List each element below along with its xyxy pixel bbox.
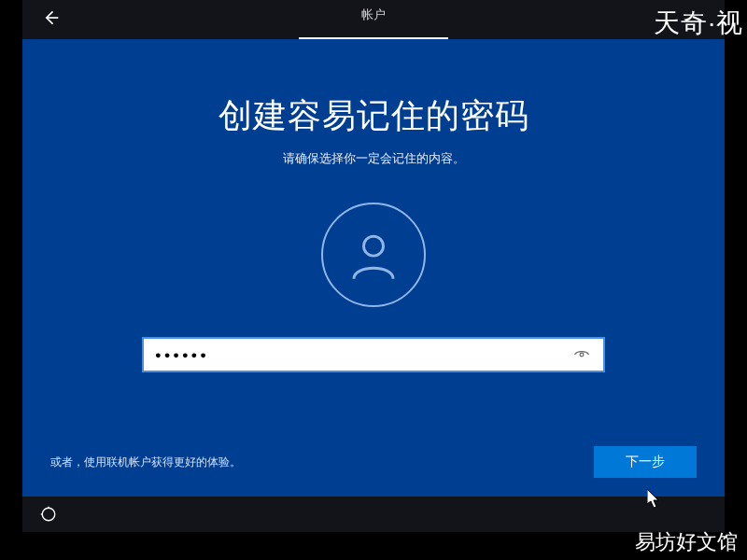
title-bar: 帐户: [22, 0, 725, 39]
online-account-link[interactable]: 或者，使用联机帐户获得更好的体验。: [50, 455, 241, 470]
tab-account[interactable]: 帐户: [361, 7, 386, 33]
back-arrow-icon[interactable]: [39, 8, 62, 32]
password-input[interactable]: ●●●●●●: [142, 337, 605, 372]
svg-point-2: [42, 508, 55, 521]
footer-row: 或者，使用联机帐户获得更好的体验。 下一步: [22, 446, 725, 478]
page-title: 创建容易记住的密码: [218, 93, 529, 139]
watermark-top: 天奇·视: [654, 6, 743, 41]
svg-point-0: [364, 236, 384, 256]
accessibility-icon[interactable]: [39, 505, 58, 524]
password-value: ●●●●●●: [155, 349, 571, 360]
page-subtitle: 请确保选择你一定会记住的内容。: [283, 150, 465, 167]
bottom-bar: [22, 497, 725, 532]
watermark-bottom: 易坊好文馆: [635, 528, 738, 556]
reveal-password-icon[interactable]: [571, 344, 592, 365]
next-button[interactable]: 下一步: [594, 446, 697, 478]
user-avatar-icon: [321, 203, 426, 307]
main-content: 创建容易记住的密码 请确保选择你一定会记住的内容。 ●●●●●● 或者，使用联机…: [22, 39, 725, 497]
svg-point-1: [580, 353, 584, 357]
